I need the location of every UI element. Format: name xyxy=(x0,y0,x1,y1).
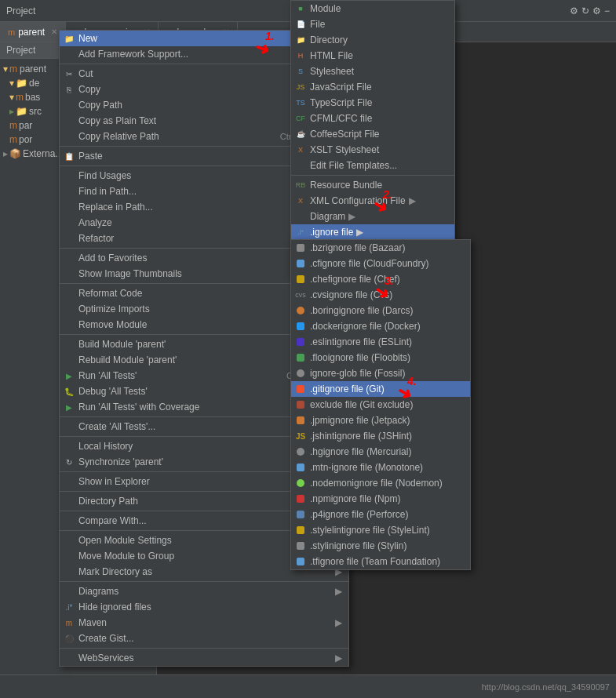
sync-icon: ↻ xyxy=(64,456,75,467)
cvs-icon: cvs xyxy=(295,291,306,299)
toolbar-settings-icon[interactable]: ⚙ xyxy=(570,5,578,16)
ignore-fossil-label: ignore-glob file (Fossil) xyxy=(310,368,405,379)
ignore-stylelint[interactable]: .stylelintignore file (StyleLint) xyxy=(291,522,470,538)
tf-icon xyxy=(295,558,306,565)
project-panel-title: Project xyxy=(6,45,35,56)
submenu-new-html-label: HTML File xyxy=(310,50,353,61)
tab-parent-icon: m xyxy=(8,27,15,37)
ignore-jshint[interactable]: JS .jshintignore file (JSHint) xyxy=(291,428,470,444)
ignore-cvs[interactable]: cvs .cvsignore file (Cvs) xyxy=(291,287,470,303)
ignore-jpm[interactable]: .jpmignore file (Jetpack) xyxy=(291,413,470,428)
submenu-sep-1 xyxy=(291,175,454,176)
status-url: http://blog.csdn.net/qq_34590097 xyxy=(482,682,610,692)
cut-icon: ✂ xyxy=(64,68,75,79)
mtn-icon xyxy=(295,464,306,471)
menu-item-webservices[interactable]: WebServices ▶ xyxy=(60,650,348,666)
ignore-docker-label: .dockerignore file (Docker) xyxy=(310,321,421,332)
copy-label: Copy xyxy=(78,84,302,95)
submenu-new-resource-bundle[interactable]: RB Resource Bundle xyxy=(291,177,454,193)
toolbar-gear-icon[interactable]: ⚙ xyxy=(592,5,601,16)
html-icon: H xyxy=(295,52,306,60)
ignore-stylin-label: .stylinignore file (Stylin) xyxy=(310,540,406,551)
menu-item-maven[interactable]: m Maven ▶ xyxy=(60,615,348,631)
resource-bundle-icon: RB xyxy=(295,181,306,189)
submenu-new-resource-bundle-label: Resource Bundle xyxy=(310,180,382,191)
menu-item-diagrams[interactable]: Diagrams ▶ xyxy=(60,583,348,599)
submenu-new-coffeescript[interactable]: ☕ CoffeeScript File xyxy=(291,126,454,142)
ignore-icon: .i* xyxy=(295,228,306,236)
toolbar-refresh-icon[interactable]: ↻ xyxy=(581,5,589,16)
submenu-new-cfml[interactable]: CF CFML/CFC file xyxy=(291,111,454,126)
submenu-new-edit-templates[interactable]: Edit File Templates... xyxy=(291,158,454,173)
directory-path-label: Directory Path xyxy=(78,496,278,507)
ignore-eslint[interactable]: .eslintignore file (ESLint) xyxy=(291,334,470,350)
submenu-new-module-label: Module xyxy=(310,3,341,14)
ignore-darcs[interactable]: .boringignore file (Darcs) xyxy=(291,303,470,318)
submenu-new-xml-config[interactable]: X XML Configuration File ▶ xyxy=(291,193,454,209)
submenu-new-stylesheet[interactable]: S Stylesheet xyxy=(291,64,454,79)
submenu-new-file[interactable]: 📄 File xyxy=(291,16,454,32)
ignore-npm[interactable]: .npmignore file (Npm) xyxy=(291,491,470,507)
submenu-new-file-label: File xyxy=(310,19,325,30)
gist-icon: ⚫ xyxy=(64,633,75,644)
ignore-tf[interactable]: .tfignore file (Team Foundation) xyxy=(291,554,470,569)
menu-item-create-gist[interactable]: ⚫ Create Gist... xyxy=(60,631,348,646)
copy-relative-label: Copy Relative Path xyxy=(78,131,264,142)
submenu-new-xml-config-label: XML Configuration File xyxy=(310,195,406,206)
tab-parent-close[interactable]: ✕ xyxy=(51,27,57,36)
rebuild-module-label: Rebuild Module 'parent' xyxy=(78,354,275,365)
submenu-new-edit-templates-label: Edit File Templates... xyxy=(310,160,397,171)
submenu-new-directory[interactable]: 📁 Directory xyxy=(291,32,454,48)
ignore-fossil[interactable]: ignore-glob file (Fossil) xyxy=(291,365,470,381)
ignore-floo[interactable]: .flooignore file (Floobits) xyxy=(291,350,470,365)
eslint-icon xyxy=(295,338,306,346)
submenu-new-javascript[interactable]: JS JavaScript File xyxy=(291,79,454,95)
ignore-cf[interactable]: .cfignore file (CloudFoundry) xyxy=(291,256,470,271)
submenu-new-module[interactable]: ■ Module xyxy=(291,1,454,16)
ignore-chef-label: .chefignore file (Chef) xyxy=(310,274,400,285)
ignore-docker[interactable]: .dockerignore file (Docker) xyxy=(291,318,470,334)
find-usages-label: Find Usages xyxy=(78,170,301,181)
ignore-git[interactable]: .gitignore file (Git) xyxy=(291,381,470,397)
menu-item-hide-ignored[interactable]: .i* Hide ignored files xyxy=(60,599,348,615)
cut-label: Cut xyxy=(78,68,302,79)
status-bar: http://blog.csdn.net/qq_34590097 xyxy=(0,674,616,698)
nodemon-icon xyxy=(295,479,306,487)
toolbar-minus-icon[interactable]: − xyxy=(604,5,610,16)
submenu-new-cfml-label: CFML/CFC file xyxy=(310,113,372,124)
open-module-settings-label: Open Module Settings xyxy=(78,535,316,546)
ignore-git-label: .gitignore file (Git) xyxy=(310,384,385,394)
submenu-new-diagram[interactable]: Diagram ▶ xyxy=(291,209,454,224)
separator-13 xyxy=(60,581,348,582)
ignore-hg[interactable]: .hgignore file (Mercurial) xyxy=(291,444,470,460)
compare-with-label: Compare With... xyxy=(78,515,302,526)
cf-ignore-icon xyxy=(295,260,306,267)
ignore-cvs-label: .cvsignore file (Cvs) xyxy=(310,289,392,300)
ignore-chef[interactable]: .chefignore file (Chef) xyxy=(291,271,470,287)
stylin-icon xyxy=(295,542,306,550)
tab-parent[interactable]: m parent ✕ xyxy=(0,22,66,42)
ignore-stylin[interactable]: .stylinignore file (Stylin) xyxy=(291,538,470,554)
stylelint-icon xyxy=(295,526,306,534)
submenu-new-ignore-label: .ignore file xyxy=(310,227,353,238)
submenu-new-typescript[interactable]: TS TypeScript File xyxy=(291,95,454,111)
typescript-icon: TS xyxy=(295,99,306,107)
run-tests-label: Run 'All Tests' xyxy=(78,370,271,381)
submenu-new-html[interactable]: H HTML File xyxy=(291,48,454,64)
submenu-new-typescript-label: TypeScript File xyxy=(310,97,372,108)
ignore-bzr-label: .bzrignore file (Bazaar) xyxy=(310,242,405,253)
submenu-new-xslt-label: XSLT Stylesheet xyxy=(310,144,379,155)
ignore-git-exclude[interactable]: exclude file (Git exclude) xyxy=(291,397,470,413)
ignore-mtn[interactable]: .mtn-ignore file (Monotone) xyxy=(291,460,470,475)
ignore-bzr[interactable]: .bzrignore file (Bazaar) xyxy=(291,240,470,256)
paste-label: Paste xyxy=(78,151,302,162)
ignore-darcs-label: .boringignore file (Darcs) xyxy=(310,305,413,316)
submenu-new-xslt[interactable]: X XSLT Stylesheet xyxy=(291,142,454,158)
maven-arrow: ▶ xyxy=(335,617,342,628)
paste-icon: 📋 xyxy=(64,151,75,162)
ignore-nodemon[interactable]: .nodemonignore file (Nodemon) xyxy=(291,475,470,491)
ignore-p4[interactable]: .p4ignore file (Perforce) xyxy=(291,507,470,522)
submenu-new-ignore-file[interactable]: .i* .ignore file ▶ xyxy=(291,224,454,240)
git-exclude-icon xyxy=(295,401,306,409)
submenu-ignore: .bzrignore file (Bazaar) .cfignore file … xyxy=(290,239,471,570)
